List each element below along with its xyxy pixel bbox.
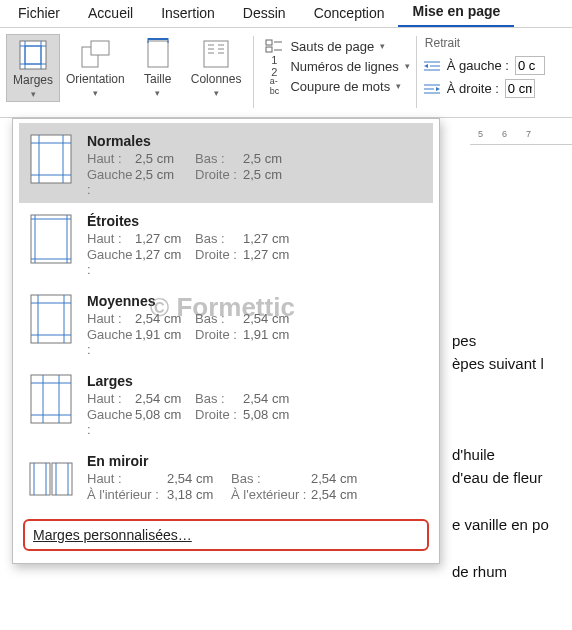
margin-title: Étroites <box>87 213 423 229</box>
margin-option-moyennes[interactable]: Moyennes Haut :2,54 cm Bas :2,54 cm Gauc… <box>19 283 433 363</box>
ribbon: Marges ▾ Orientation ▾ Taille ▾ Colonnes… <box>0 28 572 118</box>
sauts-label: Sauts de page <box>290 39 374 54</box>
margin-thumb-icon <box>29 373 73 425</box>
numeros-lignes-button[interactable]: 12 Numéros de lignes ▾ <box>264 58 409 74</box>
breaks-group: Sauts de page ▾ 12 Numéros de lignes ▾ a… <box>260 34 409 94</box>
val: 1,27 cm <box>135 247 195 277</box>
lbl: Haut : <box>87 471 167 486</box>
page-break-icon <box>264 38 284 54</box>
lbl: Haut : <box>87 391 135 406</box>
val: 1,91 cm <box>243 327 303 357</box>
tab-insertion[interactable]: Insertion <box>147 0 229 27</box>
margin-title: Larges <box>87 373 423 389</box>
indent-right-input[interactable] <box>505 79 535 98</box>
tab-mise-en-page[interactable]: Mise en page <box>398 0 514 27</box>
margin-info: Moyennes Haut :2,54 cm Bas :2,54 cm Gauc… <box>87 293 423 357</box>
margin-thumb-icon <box>29 293 73 345</box>
svg-rect-12 <box>204 41 228 67</box>
marges-icon <box>17 39 49 71</box>
lbl: Bas : <box>195 231 243 246</box>
val: 1,27 cm <box>135 231 195 246</box>
margin-option-normales[interactable]: Normales Haut :2,5 cm Bas :2,5 cm Gauche… <box>19 123 433 203</box>
lbl: À l'intérieur : <box>87 487 167 502</box>
svg-rect-8 <box>148 41 168 67</box>
custom-margins-link[interactable]: Marges personnalisées… <box>33 527 192 543</box>
tab-fichier[interactable]: Fichier <box>4 0 74 27</box>
doc-line: d'eau de fleur <box>452 467 572 488</box>
chevron-down-icon: ▾ <box>155 88 160 98</box>
margin-option-miroir[interactable]: En miroir Haut :2,54 cm Bas :2,54 cm À l… <box>19 443 433 511</box>
lbl: Gauche : <box>87 327 135 357</box>
val: 1,27 cm <box>243 231 303 246</box>
margin-title: Moyennes <box>87 293 423 309</box>
margin-thumb-icon <box>29 213 73 265</box>
taille-button[interactable]: Taille ▾ <box>131 34 185 102</box>
marges-button[interactable]: Marges ▾ <box>6 34 60 102</box>
separator <box>416 36 417 108</box>
val: 2,54 cm <box>311 487 367 502</box>
ruler-tick: 5 <box>478 129 484 139</box>
doc-line: d'huile <box>452 444 572 465</box>
val: 5,08 cm <box>135 407 195 437</box>
sauts-de-page-button[interactable]: Sauts de page ▾ <box>264 38 409 54</box>
svg-rect-19 <box>266 40 272 45</box>
lbl: Bas : <box>231 471 311 486</box>
margin-title: Normales <box>87 133 423 149</box>
indent-right-field: À droite : <box>423 79 545 98</box>
marges-dropdown: Normales Haut :2,5 cm Bas :2,5 cm Gauche… <box>12 118 440 564</box>
doc-line: e vanille en po <box>452 514 572 535</box>
svg-marker-30 <box>436 87 440 91</box>
coupure-mots-button[interactable]: a-bc Coupure de mots ▾ <box>264 78 409 94</box>
svg-rect-31 <box>31 135 71 183</box>
margin-option-etroites[interactable]: Étroites Haut :1,27 cm Bas :1,27 cm Gauc… <box>19 203 433 283</box>
val: 2,5 cm <box>135 167 195 197</box>
margin-info: Étroites Haut :1,27 cm Bas :1,27 cm Gauc… <box>87 213 423 277</box>
margin-info: Larges Haut :2,54 cm Bas :2,54 cm Gauche… <box>87 373 423 437</box>
lbl: Haut : <box>87 231 135 246</box>
val: 2,54 cm <box>311 471 367 486</box>
lbl: Bas : <box>195 391 243 406</box>
colonnes-button[interactable]: Colonnes ▾ <box>185 34 248 102</box>
val: 1,27 cm <box>243 247 303 277</box>
indent-left-icon <box>423 59 441 73</box>
margin-info: En miroir Haut :2,54 cm Bas :2,54 cm À l… <box>87 453 423 502</box>
tab-conception[interactable]: Conception <box>300 0 399 27</box>
marges-label: Marges <box>13 73 53 87</box>
svg-rect-20 <box>266 47 272 52</box>
svg-rect-51 <box>30 463 50 495</box>
val: 2,5 cm <box>135 151 195 166</box>
val: 2,54 cm <box>135 311 195 326</box>
ruler: 5 6 7 <box>470 123 572 145</box>
svg-rect-7 <box>91 41 109 55</box>
indent-left-field: À gauche : <box>423 56 545 75</box>
chevron-down-icon: ▾ <box>396 81 401 91</box>
tab-accueil[interactable]: Accueil <box>74 0 147 27</box>
doc-line: èpes suivant l <box>452 353 572 374</box>
lbl: Haut : <box>87 151 135 166</box>
margin-info: Normales Haut :2,5 cm Bas :2,5 cm Gauche… <box>87 133 423 197</box>
val: 2,54 cm <box>135 391 195 406</box>
svg-marker-26 <box>424 64 428 68</box>
ruler-tick: 7 <box>526 129 532 139</box>
indent-right-label: À droite : <box>447 81 499 96</box>
lbl: Gauche : <box>87 167 135 197</box>
orientation-button[interactable]: Orientation ▾ <box>60 34 131 102</box>
doc-line: de rhum <box>452 561 572 582</box>
val: 2,54 cm <box>167 471 231 486</box>
coupure-label: Coupure de mots <box>290 79 390 94</box>
margin-option-larges[interactable]: Larges Haut :2,54 cm Bas :2,54 cm Gauche… <box>19 363 433 443</box>
taille-label: Taille <box>144 72 171 86</box>
doc-line: pes <box>452 330 572 351</box>
indent-left-input[interactable] <box>515 56 545 75</box>
tab-dessin[interactable]: Dessin <box>229 0 300 27</box>
lbl: Haut : <box>87 311 135 326</box>
lbl: Droite : <box>195 247 243 277</box>
lbl: Gauche : <box>87 247 135 277</box>
line-numbers-icon: 12 <box>264 58 284 74</box>
svg-rect-0 <box>20 41 46 69</box>
taille-icon <box>142 38 174 70</box>
chevron-down-icon: ▾ <box>405 61 410 71</box>
svg-rect-46 <box>31 375 71 423</box>
retrait-title: Retrait <box>423 36 545 52</box>
page-setup-group: Marges ▾ Orientation ▾ Taille ▾ Colonnes… <box>6 34 247 102</box>
